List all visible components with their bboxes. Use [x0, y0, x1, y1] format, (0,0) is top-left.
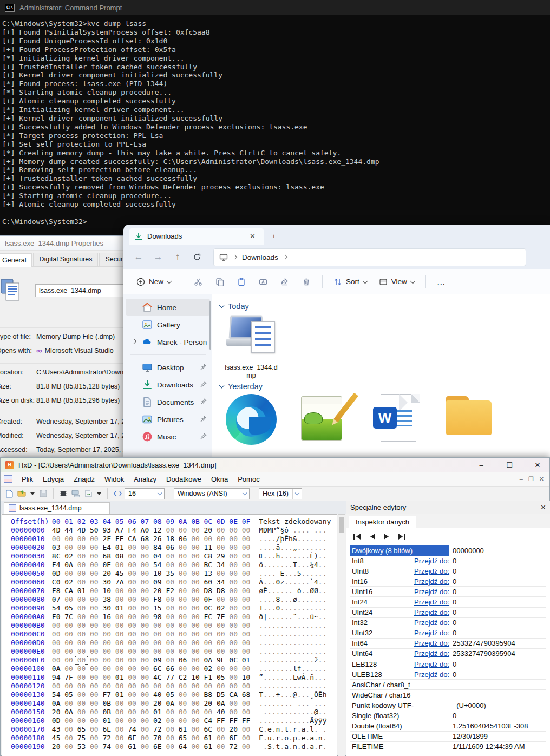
tab-close-icon[interactable]: ✕	[246, 232, 259, 240]
hex-row[interactable]: 000001400A0000000B000000200A0000200A0000…	[2, 699, 337, 708]
group-header-yesterday[interactable]: Yesterday	[220, 382, 550, 391]
cmd-titlebar[interactable]: C:\ Administrator: Command Prompt	[0, 0, 550, 15]
hex-row[interactable]: 000000500D000000204500001035000013000000…	[2, 569, 337, 578]
inspector-row-int64[interactable]: Int64Przejdź do:2533274790395904	[350, 639, 546, 649]
hex-row[interactable]: 000000905405000030010000150000000C020000…	[2, 604, 337, 613]
doc-tab[interactable]: lsass.exe_1344.dmp	[4, 502, 110, 514]
file-tile-lsass.exe_1344.dmp[interactable]: lsass.exe_1344.dmp	[222, 314, 280, 380]
hex-editor[interactable]: Offset(h)000102030405060708090A0B0C0D0E0…	[2, 514, 337, 756]
hex-row[interactable]: 000001600D0000000100000002000000C4FFFFFF…	[2, 716, 337, 725]
mdi-restore-button[interactable]: ❐	[528, 476, 534, 483]
last-button[interactable]	[397, 533, 406, 540]
export-dropdown-icon[interactable]	[97, 492, 101, 495]
hex-row[interactable]: 000000E000000000000000000000000000000000…	[2, 647, 337, 656]
expander-chevron-icon[interactable]	[130, 341, 138, 343]
inspector-row-int16[interactable]: Int16Przejdź do:0	[350, 576, 546, 587]
sidebar-item-pictures[interactable]: Pictures	[126, 411, 210, 428]
hex-scrollbar[interactable]	[338, 514, 345, 756]
hex-row[interactable]: 00000010000000002FFECA682618060000000000…	[2, 535, 337, 543]
file-tile[interactable]	[222, 394, 280, 445]
panel-close-icon[interactable]: ✕	[540, 503, 546, 511]
sidebar-item-gallery[interactable]: Gallery	[126, 316, 210, 333]
cut-button[interactable]	[188, 273, 208, 291]
hex-row[interactable]: 000000004D444D5093A7F4A01200000020000000…	[2, 526, 337, 535]
inspector-row-int24[interactable]: Int24Przejdź do:0	[350, 597, 546, 607]
goto-link[interactable]: Przejdź do:	[414, 660, 449, 668]
sidebar-item-downloads[interactable]: Downloads	[126, 376, 210, 393]
inspector-row-uint64[interactable]: UInt64Przejdź do:2533274790395904	[350, 649, 546, 659]
menu-item-widok[interactable]: Widok	[100, 473, 129, 485]
hex-row[interactable]: 00000040F40A00000E00000054000000BC340000…	[2, 561, 337, 569]
menu-item-pomoc[interactable]: Pomoc	[233, 473, 264, 485]
goto-link[interactable]: Przejdź do:	[414, 639, 449, 647]
inspector-row-leb128[interactable]: LEB128Przejdź do:0	[350, 659, 546, 669]
disk-button[interactable]	[70, 489, 81, 498]
inspector-row-oletime[interactable]: OLETIME12/30/1899	[350, 732, 546, 742]
sidebar-item-home[interactable]: Home	[126, 299, 210, 316]
goto-link[interactable]: Przejdź do:	[414, 557, 449, 565]
first-button[interactable]	[353, 533, 362, 540]
close-button[interactable]: ✕	[526, 461, 549, 469]
group-header-today[interactable]: Today	[220, 302, 550, 311]
goto-link[interactable]: Przejdź do:	[414, 598, 449, 606]
hex-scrollbar-thumb[interactable]	[339, 517, 344, 533]
address-bar[interactable]: Downloads	[213, 248, 526, 266]
open-dropdown-icon[interactable]	[30, 492, 35, 495]
more-options-button[interactable]: …	[431, 277, 452, 287]
inspector-row-uleb128[interactable]: ULEB128Przejdź do:0	[350, 669, 546, 680]
inspector-row-int32[interactable]: Int32Przejdź do:0	[350, 618, 546, 628]
copy-button[interactable]	[209, 273, 230, 291]
new-button[interactable]: New	[131, 274, 176, 290]
maximize-button[interactable]: ☐	[497, 461, 521, 469]
inspector-row-widechar-char16-t[interactable]: WideChar / char16_t	[350, 690, 546, 700]
hex-row[interactable]: 000001804500750072006F007000650061006E00…	[2, 734, 337, 742]
bytes-per-row-combo[interactable]: 16	[125, 488, 165, 499]
previous-button[interactable]	[369, 533, 376, 540]
inspector-row-dw-jkowy-8-bit-w-[interactable]: Dwójkowy (8 bitów)00000000	[350, 545, 546, 556]
menu-item-analizy[interactable]: Analizy	[129, 473, 161, 485]
menu-item-znajdź[interactable]: Znajdź	[69, 473, 100, 485]
hex-row[interactable]: 000000F00000000000000000090006000A9E0C01…	[2, 656, 337, 665]
goto-link[interactable]: Przejdź do:	[414, 608, 449, 616]
paste-button[interactable]	[231, 273, 252, 291]
file-tile[interactable]	[440, 394, 498, 445]
goto-link[interactable]: Przejdź do:	[414, 629, 449, 637]
mdi-minimize-button[interactable]: –	[520, 476, 523, 483]
forward-button[interactable]: →	[149, 248, 167, 266]
inspector-row-double-float64-[interactable]: Double (float64)1.2516040454103E-308	[350, 721, 546, 732]
view-button[interactable]: View	[374, 274, 420, 290]
file-tile[interactable]: W	[367, 394, 425, 445]
goto-link[interactable]: Przejdź do:	[414, 649, 449, 658]
menu-item-dodatkowe[interactable]: Dodatkowe	[161, 473, 206, 485]
inspector-row-int8[interactable]: Int8Przejdź do:0	[350, 556, 546, 566]
inspector-row-uint24[interactable]: UInt24Przejdź do:0	[350, 608, 546, 618]
inspector-row-uint16[interactable]: UInt16Przejdź do:0	[350, 587, 546, 597]
goto-link[interactable]: Przejdź do:	[414, 619, 449, 627]
share-button[interactable]	[274, 273, 295, 291]
back-button[interactable]: ←	[130, 248, 147, 266]
new-tab-button[interactable]: +	[264, 228, 284, 245]
hex-row[interactable]: 0000002003000000E40100008406000011000000…	[2, 543, 337, 552]
open-file-button[interactable]	[16, 489, 27, 498]
rename-button[interactable]	[253, 273, 273, 291]
mdi-close-button[interactable]: ✕	[539, 476, 544, 483]
export-button[interactable]	[83, 489, 94, 498]
sidebar-scrollbar[interactable]	[209, 301, 211, 350]
hex-row[interactable]: 000000D000000000000000000000000000000000…	[2, 639, 337, 647]
sidebar-item-music[interactable]: Music	[126, 428, 210, 445]
delete-button[interactable]	[296, 273, 317, 291]
ram-button[interactable]	[58, 489, 69, 498]
sidebar-item-marek-persona[interactable]: Marek - Persona	[126, 333, 210, 351]
hex-row[interactable]: 0000013054050000F701000040050000B8D5CA68…	[2, 691, 337, 699]
sort-button[interactable]: Sort	[328, 274, 372, 290]
hex-row[interactable]: 00000150200A00000B0000000100000000400000…	[2, 708, 337, 716]
next-button[interactable]	[383, 533, 390, 540]
menu-item-edycja[interactable]: Edycja	[38, 473, 69, 485]
hex-row[interactable]: 00000070F8CA01001000000020F20000D8D80000…	[2, 587, 337, 595]
hex-row[interactable]: 00000110947F0000000100004C77C210F1050010…	[2, 673, 337, 682]
breadcrumb-downloads[interactable]: Downloads	[242, 253, 278, 261]
inspector-row-uint8[interactable]: UInt8Przejdź do:0	[350, 566, 546, 576]
offset-base-combo[interactable]: Hex (16)	[259, 488, 302, 499]
file-tile[interactable]	[294, 394, 353, 445]
menu-item-plik[interactable]: Plik	[17, 473, 38, 485]
